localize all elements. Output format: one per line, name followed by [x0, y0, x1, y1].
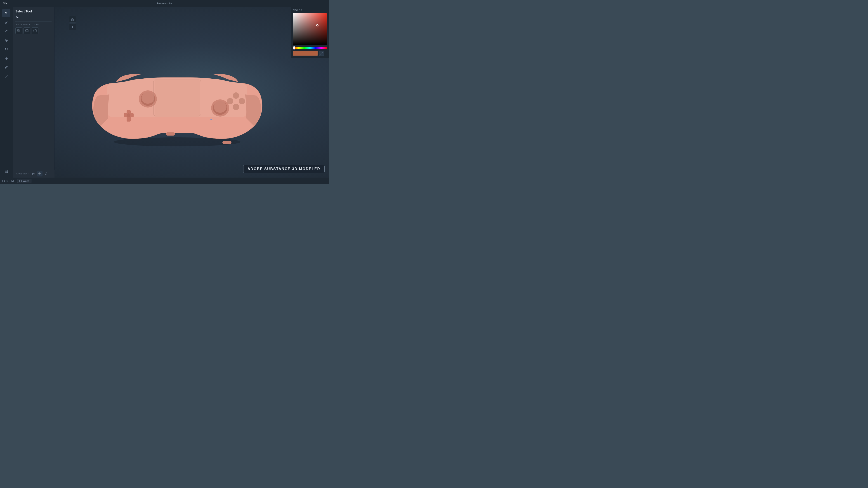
eyedropper-button[interactable]: [319, 51, 324, 56]
frame-ms-display: Frame ms: 8.4: [157, 2, 173, 5]
scene-label-text: SCENE: [6, 180, 15, 182]
svg-rect-16: [26, 30, 28, 31]
color-preview-swatch[interactable]: [293, 51, 318, 56]
pen-btn[interactable]: [2, 63, 10, 71]
svg-point-0: [5, 22, 6, 24]
svg-line-7: [5, 75, 7, 77]
selection-buttons: [16, 27, 52, 34]
left-toolbar: [0, 7, 13, 177]
reset-tool-btn[interactable]: [43, 171, 49, 176]
svg-point-36: [233, 92, 239, 99]
select-invert-button[interactable]: [24, 27, 30, 34]
svg-rect-23: [71, 20, 72, 21]
svg-rect-26: [155, 80, 200, 117]
select-tool-btn[interactable]: [2, 9, 10, 17]
svg-point-43: [211, 119, 212, 120]
world-button[interactable]: World: [17, 179, 31, 183]
placement-tools: [31, 171, 49, 176]
spectrum-indicator: [293, 46, 295, 50]
svg-point-38: [227, 98, 233, 104]
transform-tool-btn[interactable]: [37, 171, 42, 176]
svg-line-44: [320, 54, 321, 55]
controller-3d-model: [82, 38, 272, 151]
svg-rect-40: [166, 132, 175, 135]
svg-rect-24: [73, 20, 74, 21]
svg-rect-8: [5, 170, 8, 173]
line-btn[interactable]: [2, 72, 10, 80]
tool-title: Select Tool: [16, 9, 52, 13]
svg-rect-13: [18, 30, 20, 32]
brand-watermark: ADOBE SUBSTANCE 3D MODELER: [243, 165, 324, 173]
svg-point-39: [233, 104, 239, 110]
scene-button[interactable]: SCENE: [2, 180, 15, 182]
select-all-button[interactable]: [16, 27, 22, 34]
move-btn[interactable]: [2, 54, 10, 62]
topbar: File Frame ms: 8.4: [0, 0, 329, 7]
color-panel-title: COLOR: [293, 9, 327, 11]
placement-section: PLACEMENT: [13, 170, 55, 177]
file-menu[interactable]: File: [3, 2, 7, 5]
svg-rect-41: [222, 141, 231, 144]
world-label-text: World: [23, 180, 29, 182]
viewport[interactable]: [13, 7, 329, 177]
svg-rect-21: [71, 18, 72, 19]
select-arrow-icon[interactable]: [16, 15, 20, 20]
viewport-grid-icon[interactable]: [69, 16, 76, 23]
brand-text: ADOBE SUBSTANCE 3D MODELER: [248, 167, 320, 171]
rotate-btn[interactable]: [2, 45, 10, 53]
viewport-controls: [69, 16, 76, 30]
color-panel: COLOR: [291, 7, 329, 58]
svg-point-29: [142, 92, 154, 104]
svg-point-32: [214, 101, 226, 113]
smooth-brush-btn[interactable]: [2, 27, 10, 35]
selection-actions-label: SELECTION ACTIONS: [16, 23, 52, 26]
tool-options-panel: Select Tool SELECTION ACTIONS: [13, 7, 55, 177]
divider: [16, 21, 52, 22]
hand-tool-btn[interactable]: [31, 171, 36, 176]
color-spectrum-slider[interactable]: [293, 47, 327, 49]
svg-line-1: [6, 21, 8, 22]
svg-point-37: [239, 98, 245, 104]
layers-btn[interactable]: [2, 167, 10, 175]
bottom-bar: SCENE World: [0, 177, 329, 184]
svg-point-3: [6, 40, 7, 41]
paint-brush-btn[interactable]: [2, 18, 10, 26]
sculpt-btn[interactable]: [2, 36, 10, 44]
color-preview-row: [293, 51, 327, 56]
viewport-back-icon[interactable]: [69, 24, 76, 30]
color-gradient-picker[interactable]: [293, 13, 327, 45]
placement-label-text: PLACEMENT: [15, 173, 29, 175]
svg-rect-22: [73, 18, 74, 19]
select-similar-button[interactable]: [32, 27, 38, 34]
svg-point-35: [127, 113, 130, 117]
